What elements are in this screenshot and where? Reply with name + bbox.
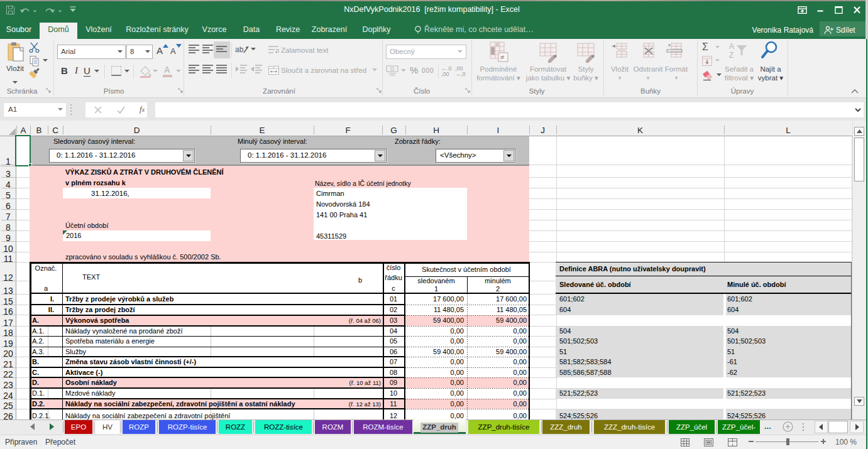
svg-text:Z: Z: [729, 51, 733, 60]
svg-text:A: A: [729, 42, 734, 51]
svg-text:≠: ≠: [500, 53, 504, 61]
svg-text:ab: ab: [235, 45, 244, 54]
